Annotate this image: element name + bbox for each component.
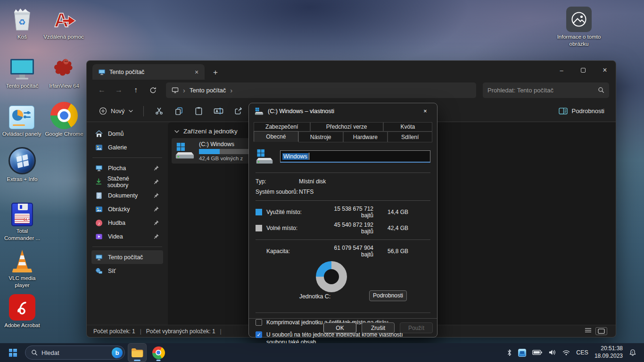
running-indicator (157, 360, 161, 361)
tab-security[interactable]: Zabezpečení (254, 122, 310, 132)
start-button[interactable] (4, 344, 22, 362)
desktop-icon-this-pc[interactable]: Tento počítač (2, 55, 42, 90)
sidebar-item-this-pc[interactable]: Tento počítač (91, 250, 163, 264)
copy-button[interactable] (169, 103, 189, 119)
tab-strip: Tento počítač × + – × (87, 61, 616, 80)
sidebar-separator (92, 157, 162, 158)
maximize-button[interactable] (572, 61, 594, 80)
forward-button[interactable]: → (110, 82, 127, 98)
thumbnail-view-button[interactable] (595, 327, 607, 335)
apply-button[interactable]: Použít (400, 322, 433, 333)
ok-button[interactable]: OK (323, 322, 356, 333)
rename-icon (214, 107, 223, 115)
usage-chart-area: Jednotka C: Podrobnosti (256, 260, 430, 309)
separator (256, 173, 430, 173)
new-button[interactable]: Nový (94, 104, 138, 118)
desktop-icon-acrobat[interactable]: Adobe Acrobat (1, 294, 43, 329)
details-pane-label: Podrobnosti (572, 107, 604, 115)
desktop-icon (95, 165, 103, 172)
back-button[interactable]: ← (93, 82, 110, 98)
pin-icon[interactable] (153, 206, 159, 212)
taskbar-chrome-button[interactable] (149, 344, 167, 362)
cut-button[interactable] (149, 103, 169, 119)
clock[interactable]: 20:51:38 18.09.2023 (594, 345, 623, 360)
bing-icon: b (112, 347, 123, 358)
volume-icon[interactable] (548, 349, 556, 356)
pin-icon[interactable] (153, 233, 159, 239)
close-button[interactable]: × (594, 61, 616, 80)
drive-name-field[interactable]: Windows (280, 150, 430, 163)
sidebar-item-videos[interactable]: Videa (91, 230, 163, 243)
sidebar-item-label: Dokumenty (108, 192, 138, 199)
tab-previous-versions[interactable]: Předchozí verze (310, 122, 383, 132)
pin-icon[interactable] (153, 192, 159, 198)
tab-title: Tento počítač (109, 69, 144, 75)
desktop-icon-chrome[interactable]: Google Chrome (42, 103, 86, 138)
minimize-button[interactable]: – (551, 61, 572, 80)
bluetooth-icon[interactable] (507, 349, 512, 357)
sidebar-item-gallery[interactable]: Galerie (91, 140, 163, 154)
sidebar-item-music[interactable]: ♪ Hudba (91, 216, 163, 230)
dialog-tabs: Zabezpečení Předchozí verze Kvóta Obecné… (249, 119, 437, 142)
desktop-icon-remote-help[interactable]: A Vzdálená pomoc (43, 6, 84, 41)
breadcrumb-item[interactable]: Tento počítač (190, 87, 226, 94)
usage-donut-chart (316, 261, 347, 292)
pin-icon[interactable] (153, 165, 159, 171)
desktop-icon-control-panel[interactable]: Ovládací panely (0, 103, 43, 138)
chevron-right-icon[interactable]: › (230, 86, 232, 94)
desktop-icon-label: Total Commander ... (2, 228, 42, 242)
tab-quota[interactable]: Kvóta (383, 122, 432, 132)
tab-row-2: Obecné Nástroje Hardware Sdílení (254, 132, 432, 142)
sidebar-item-documents[interactable]: Dokumenty (91, 189, 163, 202)
used-space-bytes: 15 538 675 712 bajtů (323, 206, 373, 219)
tab-close-icon[interactable]: × (191, 67, 202, 77)
tab-tools[interactable]: Nástroje (298, 132, 343, 142)
desktop-icon-irfanview[interactable]: IrfanView 64 (44, 55, 84, 90)
sidebar-item-home[interactable]: Domů (91, 127, 163, 140)
tab-hardware[interactable]: Hardware (343, 132, 388, 142)
up-button[interactable]: ↑ (127, 82, 144, 98)
rename-button[interactable] (209, 103, 229, 119)
separator (256, 239, 430, 240)
breadcrumb[interactable]: › Tento počítač › (166, 82, 476, 98)
notification-bell-icon[interactable]: z (629, 349, 636, 356)
search-input[interactable]: Prohledat: Tento počítač (483, 82, 609, 98)
wifi-icon[interactable] (562, 349, 570, 356)
filesystem-value: NTFS (299, 189, 314, 195)
new-tab-button[interactable]: + (207, 66, 223, 80)
sidebar-item-desktop[interactable]: Plocha (91, 161, 163, 175)
sidebar-item-pictures[interactable]: Obrázky (91, 202, 163, 216)
dialog-close-button[interactable]: × (416, 105, 434, 118)
details-pane-button[interactable]: Podrobnosti (555, 105, 608, 117)
paste-button[interactable] (189, 103, 209, 119)
language-indicator[interactable]: CES (576, 349, 588, 356)
dialog-footer: OK Zrušit Použít (249, 318, 437, 337)
pin-icon[interactable] (153, 179, 159, 185)
share-button[interactable] (229, 103, 248, 119)
desktop-icon-vlc[interactable]: VLC media player (2, 247, 42, 289)
network-icon (95, 267, 103, 275)
sidebar-item-network[interactable]: Síť (91, 264, 163, 278)
desktop-icon-image-info[interactable]: Informace o tomto obrázku (554, 6, 603, 48)
chrome-icon (50, 103, 78, 129)
explorer-tab[interactable]: Tento počítač × (92, 64, 205, 80)
sidebar-item-downloads[interactable]: Stažené soubory (91, 175, 163, 189)
refresh-button[interactable] (144, 82, 161, 98)
battery-icon[interactable] (532, 349, 542, 355)
tab-general[interactable]: Obecné (254, 131, 298, 142)
recycle-bin-icon: ♻ (10, 6, 34, 32)
pin-icon[interactable] (153, 220, 159, 226)
cancel-button[interactable]: Zrušit (362, 322, 395, 333)
folder-icon (131, 347, 143, 358)
tab-sharing[interactable]: Sdílení (388, 132, 432, 142)
desktop-icon-total-commander[interactable]: 64- Total Commander ... (2, 200, 42, 242)
network-app-icon[interactable] (518, 349, 526, 357)
desktop-icon-extras-info[interactable]: Extras + Info (2, 148, 42, 183)
taskbar-explorer-button[interactable] (128, 344, 146, 362)
details-button[interactable]: Podrobnosti (369, 290, 407, 301)
details-view-button[interactable] (585, 328, 592, 334)
taskbar-search[interactable]: Hledat b (25, 346, 125, 360)
desktop-icon-recycle-bin[interactable]: ♻ Koš (5, 6, 40, 41)
free-space-label: Volné místo: (266, 225, 323, 231)
desktop-icon-label: Google Chrome (45, 131, 83, 138)
